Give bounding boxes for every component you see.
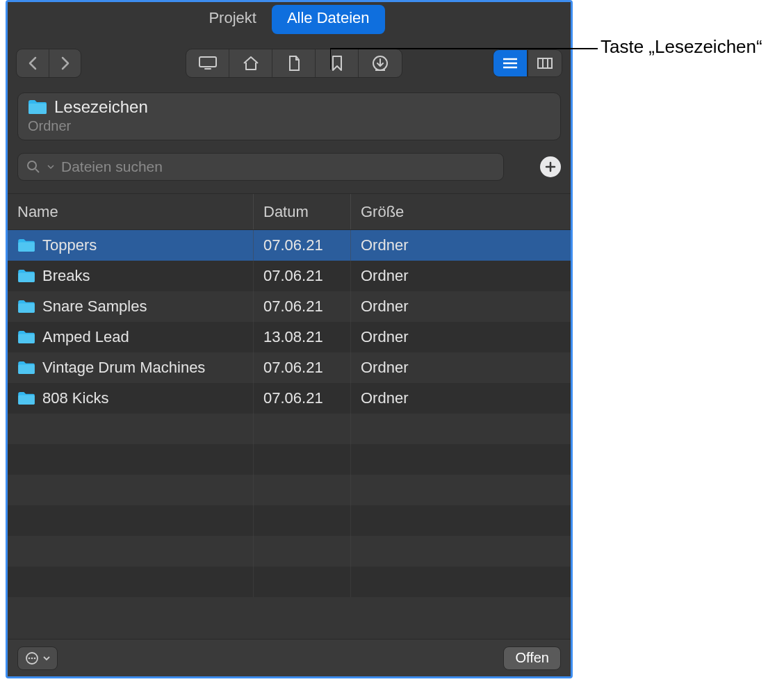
folder-icon [17,391,35,405]
cell-date: 13.08.21 [254,322,351,352]
list-icon [502,57,518,70]
column-header-size[interactable]: Größe [351,194,571,229]
ellipsis-circle-icon [25,651,39,665]
document-icon [287,55,301,72]
cell-size: Ordner [351,383,571,414]
cell-name: Toppers [8,230,254,261]
svg-line-12 [35,169,39,172]
table-body: Toppers07.06.21OrdnerBreaks07.06.21Ordne… [8,230,571,639]
svg-point-23 [31,657,33,659]
table-row-empty [8,475,571,505]
table-row[interactable]: 808 Kicks07.06.21Ordner [8,383,571,414]
chevron-down-icon [43,655,50,662]
file-table: Name Datum Größe Toppers07.06.21OrdnerBr… [8,193,571,639]
svg-rect-0 [199,57,216,67]
cell-name: Amped Lead [8,322,254,352]
bookmark-icon [331,55,343,72]
column-header-name[interactable]: Name [8,194,254,229]
cell-size: Ordner [351,261,571,291]
callout-label: Taste „Lesezeichen“ [601,36,762,58]
back-button[interactable] [17,49,49,77]
add-button[interactable] [540,156,561,177]
computer-icon [198,56,218,71]
table-row-empty [8,505,571,536]
folder-icon [17,300,35,314]
table-row[interactable]: Toppers07.06.21Ordner [8,230,571,261]
search-input[interactable] [61,158,495,175]
search-box[interactable] [17,153,504,181]
cell-date: 07.06.21 [254,352,351,383]
cell-name: Vintage Drum Machines [8,352,254,383]
cell-size: Ordner [351,291,571,322]
tab-bar: Projekt Alle Dateien [8,2,571,34]
cell-name: Breaks [8,261,254,291]
table-row[interactable]: Vintage Drum Machines07.06.21Ordner [8,352,571,383]
bookmarks-button[interactable] [316,49,359,77]
folder-icon [17,361,35,375]
table-row[interactable]: Snare Samples07.06.21Ordner [8,291,571,322]
location-subtitle: Ordner [28,118,550,134]
nav-button-group [16,49,81,78]
table-header: Name Datum Größe [8,194,571,230]
project-folder-button[interactable] [272,49,316,77]
table-row-empty [8,567,571,597]
forward-button[interactable] [49,49,81,77]
cell-size: Ordner [351,322,571,352]
svg-rect-7 [538,58,552,68]
location-title: Lesezeichen [54,97,148,117]
cell-name: 808 Kicks [8,383,254,414]
folder-icon [17,238,35,252]
cell-date: 07.06.21 [254,230,351,261]
list-view-button[interactable] [493,49,528,77]
svg-rect-16 [18,272,35,282]
svg-point-11 [28,161,36,170]
search-icon [26,160,40,174]
svg-rect-18 [18,334,35,343]
folder-icon [17,269,35,283]
downloads-button[interactable] [359,49,402,77]
cell-size: Ordner [351,230,571,261]
table-row[interactable]: Amped Lead13.08.21Ordner [8,322,571,352]
svg-point-24 [34,657,36,659]
cell-date: 07.06.21 [254,261,351,291]
computer-button[interactable] [186,49,229,77]
action-menu-button[interactable] [17,646,58,670]
table-row[interactable]: Breaks07.06.21Ordner [8,261,571,291]
column-view-button[interactable] [528,49,562,77]
file-browser-panel: Projekt Alle Dateien [6,0,573,678]
home-icon [242,55,260,72]
tab-project[interactable]: Projekt [193,5,271,34]
tab-all-files[interactable]: Alle Dateien [272,5,385,34]
svg-point-22 [28,657,31,659]
footer-bar: Offen [8,639,571,676]
svg-rect-10 [28,104,47,114]
toolbar [8,34,571,86]
folder-icon [17,330,35,344]
home-button[interactable] [229,49,272,77]
cell-name: Snare Samples [8,291,254,322]
svg-rect-19 [18,364,35,374]
cell-date: 07.06.21 [254,291,351,322]
location-header: Lesezeichen Ordner [17,92,561,140]
folder-icon [28,99,47,115]
cell-date: 07.06.21 [254,383,351,414]
location-title-row: Lesezeichen [28,97,550,117]
svg-rect-17 [18,303,35,313]
open-button[interactable]: Offen [503,646,561,670]
cell-size: Ordner [351,352,571,383]
column-header-date[interactable]: Datum [254,194,351,229]
columns-icon [537,57,553,70]
svg-rect-20 [18,395,35,405]
chevron-right-icon [60,56,70,70]
download-icon [371,55,389,72]
svg-rect-1 [204,68,211,70]
plus-icon [545,161,556,172]
location-segment-bar [186,49,402,78]
table-row-empty [8,536,571,567]
svg-rect-15 [18,242,35,252]
view-mode-group [493,49,562,77]
table-row-empty [8,414,571,444]
table-row-empty [8,444,571,475]
search-row [8,145,571,186]
chevron-down-icon [47,163,54,170]
